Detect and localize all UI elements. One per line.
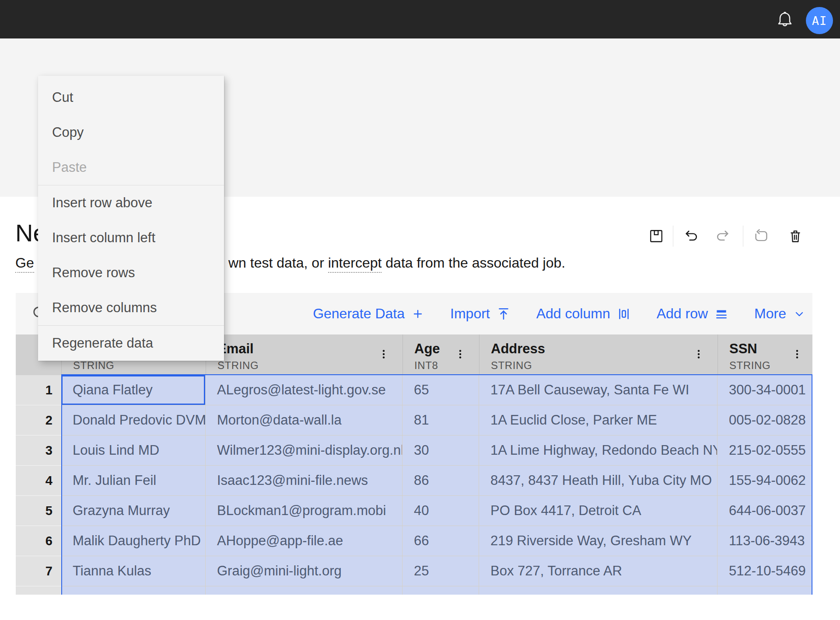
- column-overflow-menu-icon[interactable]: [376, 345, 391, 365]
- description-text: wn test data, or intercept data from the…: [228, 255, 565, 271]
- cell-ssn[interactable]: 644-06-0037: [718, 496, 812, 526]
- description-term[interactable]: Ge: [15, 255, 34, 271]
- table-row: 3 Louis Lind MD Wilmer123@mini-display.o…: [16, 435, 812, 466]
- add-row-button[interactable]: Add row: [657, 306, 729, 322]
- menu-item-remove-columns[interactable]: Remove columns: [38, 290, 224, 325]
- undo-button[interactable]: [681, 226, 702, 247]
- table-toolbar-actions: Generate Data Import Add column Add row: [313, 293, 812, 334]
- menu-item-regenerate-data[interactable]: Regenerate data: [38, 326, 224, 361]
- cell-name[interactable]: Mr. Julian Feil: [61, 466, 206, 496]
- column-overflow-menu-icon[interactable]: [453, 345, 468, 365]
- cell-age[interactable]: 40: [402, 496, 479, 526]
- cell-name[interactable]: [61, 586, 206, 595]
- intercept-link[interactable]: intercept: [328, 255, 382, 273]
- column-overflow-menu-icon[interactable]: [691, 345, 706, 365]
- cell-email[interactable]: BLockman1@program.mobi: [206, 496, 402, 526]
- reset-icon: [753, 228, 769, 244]
- import-button[interactable]: Import: [450, 306, 511, 322]
- cell-email[interactable]: Wilmer123@mini-display.org.nl: [206, 435, 402, 466]
- reset-button[interactable]: [751, 226, 772, 247]
- cell-age[interactable]: 25: [402, 556, 479, 586]
- column-header-age[interactable]: Age INT8: [402, 334, 479, 375]
- upload-icon: [496, 307, 511, 321]
- save-button[interactable]: [646, 226, 667, 247]
- cell-name[interactable]: Tianna Kulas: [61, 556, 206, 586]
- notifications-bell-icon[interactable]: [775, 10, 794, 30]
- row-number[interactable]: 3: [16, 435, 61, 466]
- table-row: 1 Qiana Flatley ALegros@latest-light.gov…: [16, 375, 812, 405]
- table-row: 5 Grazyna Murray BLockman1@program.mobi …: [16, 496, 812, 526]
- cell-email[interactable]: ALegros@latest-light.gov.se: [206, 375, 402, 405]
- menu-item-remove-rows[interactable]: Remove rows: [38, 255, 224, 290]
- cell-ssn[interactable]: 300-34-0001: [718, 375, 812, 405]
- generate-data-button[interactable]: Generate Data: [313, 306, 425, 322]
- cell-email[interactable]: Morton@data-wall.la: [206, 405, 402, 435]
- delete-button[interactable]: [785, 226, 806, 247]
- redo-button[interactable]: [712, 226, 733, 247]
- row-number[interactable]: 1: [16, 375, 61, 405]
- selection-border: [61, 374, 62, 595]
- cell-age[interactable]: 81: [402, 405, 479, 435]
- cell-age[interactable]: [402, 586, 479, 595]
- menu-item-insert-column-left[interactable]: Insert column left: [38, 220, 224, 255]
- cell-age[interactable]: 66: [402, 526, 479, 556]
- cell-email[interactable]: Graig@mini-light.org: [206, 556, 402, 586]
- column-header-address[interactable]: Address STRING: [479, 334, 718, 375]
- cell-address[interactable]: 1A Lime Highway, Redondo Beach NY: [479, 435, 718, 466]
- menu-item-paste[interactable]: Paste: [38, 150, 224, 185]
- cell-address[interactable]: 17A Bell Causeway, Santa Fe WI: [479, 375, 718, 405]
- row-number[interactable]: 6: [16, 526, 61, 556]
- cell-name[interactable]: Grazyna Murray: [61, 496, 206, 526]
- toolbar-divider: [743, 226, 743, 247]
- column-header-email[interactable]: Email STRING: [206, 334, 402, 375]
- cell-address[interactable]: 1A Euclid Close, Parker ME: [479, 405, 718, 435]
- cell-ssn[interactable]: 155-94-0062: [718, 466, 812, 496]
- cell-address[interactable]: [479, 586, 718, 595]
- cell-age[interactable]: 65: [402, 375, 479, 405]
- row-number[interactable]: 7: [16, 556, 61, 586]
- table-row: 2 Donald Predovic DVM Morton@data-wall.l…: [16, 405, 812, 435]
- selection-border: [812, 374, 812, 595]
- cell-address[interactable]: PO Box 4417, Detroit CA: [479, 496, 718, 526]
- row-icon: [714, 307, 729, 321]
- table-row: 7 Tianna Kulas Graig@mini-light.org 25 B…: [16, 556, 812, 586]
- cell-name[interactable]: Qiana Flatley: [61, 375, 206, 405]
- cell-email[interactable]: AHoppe@app-file.ae: [206, 526, 402, 556]
- cell-address[interactable]: 8437, 8437 Heath Hill, Yuba City MO: [479, 466, 718, 496]
- cell-address[interactable]: 219 Riverside Way, Gresham WY: [479, 526, 718, 556]
- context-menu: Cut Copy Paste Insert row above Insert c…: [38, 76, 224, 361]
- row-number[interactable]: 5: [16, 496, 61, 526]
- table-body: 1 Qiana Flatley ALegros@latest-light.gov…: [16, 375, 812, 595]
- menu-item-insert-row-above[interactable]: Insert row above: [38, 185, 224, 220]
- cell-ssn[interactable]: [718, 586, 812, 595]
- add-column-button[interactable]: Add column: [536, 306, 631, 322]
- cell-ssn[interactable]: 512-10-5469: [718, 556, 812, 586]
- menu-item-cut[interactable]: Cut: [38, 80, 224, 115]
- cell-age[interactable]: 86: [402, 466, 479, 496]
- cell-email[interactable]: [206, 586, 402, 595]
- table-row: 6 Malik Daugherty PhD AHoppe@app-file.ae…: [16, 526, 812, 556]
- row-number[interactable]: 4: [16, 466, 61, 496]
- table-row: 4 Mr. Julian Feil Isaac123@mini-file.new…: [16, 466, 812, 496]
- cell-ssn[interactable]: 113-06-3943: [718, 526, 812, 556]
- avatar[interactable]: AI: [806, 7, 833, 34]
- cell-name[interactable]: Louis Lind MD: [61, 435, 206, 466]
- cell-email[interactable]: Isaac123@mini-file.news: [206, 466, 402, 496]
- cell-age[interactable]: 30: [402, 435, 479, 466]
- cell-ssn[interactable]: 215-02-0555: [718, 435, 812, 466]
- column-overflow-menu-icon[interactable]: [790, 345, 805, 365]
- cell-name[interactable]: Malik Daugherty PhD: [61, 526, 206, 556]
- menu-item-copy[interactable]: Copy: [38, 115, 224, 150]
- plus-icon: [411, 307, 425, 321]
- row-number[interactable]: 2: [16, 405, 61, 435]
- cell-name[interactable]: Donald Predovic DVM: [61, 405, 206, 435]
- column-header-ssn[interactable]: SSN STRING: [718, 334, 812, 375]
- save-icon: [649, 229, 664, 244]
- top-bar: AI: [0, 0, 840, 38]
- more-button[interactable]: More: [754, 306, 806, 322]
- redo-icon: [715, 228, 731, 244]
- cell-address[interactable]: Box 727, Torrance AR: [479, 556, 718, 586]
- row-number[interactable]: [16, 586, 61, 595]
- cell-ssn[interactable]: 005-02-0828: [718, 405, 812, 435]
- trash-icon: [788, 229, 803, 244]
